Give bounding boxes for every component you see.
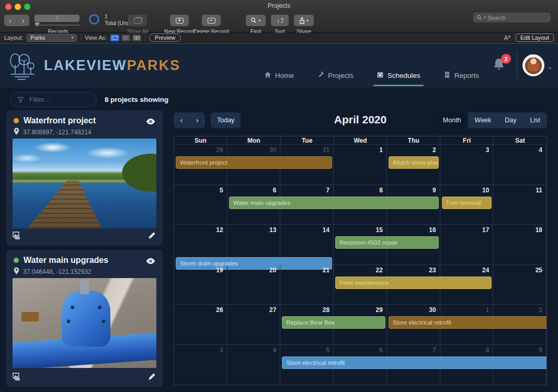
- chevron-down-icon: ▾: [306, 18, 309, 23]
- calendar-view-toggle: MonthWeekDayList: [436, 112, 547, 128]
- day-cell[interactable]: 3: [440, 145, 494, 185]
- calendar-event[interactable]: Restroom #502 repair: [335, 236, 438, 249]
- day-cell[interactable]: 18: [493, 225, 546, 264]
- view-as-list-button[interactable]: [121, 34, 130, 41]
- hammer-icon: [317, 71, 324, 80]
- calendar-week-row: 19202122232425Fleet maintenance: [174, 265, 546, 305]
- day-cell[interactable]: 5: [174, 185, 227, 225]
- edit-pencil-icon[interactable]: [148, 231, 156, 241]
- map-pin-icon: [14, 267, 19, 276]
- project-status-dot: [14, 118, 19, 123]
- quick-search-input[interactable]: ▾ Search: [473, 13, 551, 22]
- view-as-label: View As:: [85, 34, 107, 41]
- view-month-button[interactable]: Month: [436, 112, 468, 128]
- filter-input[interactable]: Filter...: [9, 92, 97, 107]
- day-cell[interactable]: 17: [440, 225, 494, 264]
- window-titlebar: Projects: [0, 0, 558, 10]
- project-title: Waterfront project: [24, 116, 141, 125]
- day-cell[interactable]: 11: [493, 185, 546, 225]
- day-cell[interactable]: 26: [174, 305, 227, 344]
- report-icon: [443, 71, 451, 80]
- day-cell[interactable]: 25: [493, 265, 546, 305]
- record-slider-pill[interactable]: 1: [35, 15, 79, 22]
- layout-selector[interactable]: Parks ▾: [27, 34, 77, 42]
- weekday-label: Sun: [174, 136, 227, 144]
- edit-pencil-icon[interactable]: [148, 372, 156, 383]
- day-cell[interactable]: 4: [227, 345, 281, 385]
- eye-icon[interactable]: [146, 257, 155, 264]
- project-photo[interactable]: [13, 278, 156, 368]
- record-slider-track[interactable]: [35, 25, 79, 26]
- share-button[interactable]: ▾: [294, 15, 314, 26]
- day-cell[interactable]: 20: [227, 265, 281, 305]
- user-avatar[interactable]: [522, 54, 544, 76]
- calendar-event[interactable]: Attach snow plow: [389, 156, 439, 169]
- calendar-event[interactable]: Water main upgrades: [229, 197, 439, 209]
- calendar-grid: SunMonTueWedThuFriSat2930311234Waterfron…: [174, 136, 547, 385]
- view-week-button[interactable]: Week: [468, 112, 498, 128]
- tab-schedules[interactable]: Schedules: [377, 71, 420, 86]
- view-as-form-button[interactable]: [110, 34, 119, 41]
- project-status-dot: [14, 258, 19, 263]
- layout-selector-value: Parks: [30, 34, 45, 41]
- new-record-button[interactable]: +: [170, 15, 189, 26]
- find-button[interactable]: ▾: [246, 15, 266, 26]
- tab-label: Schedules: [388, 72, 420, 79]
- view-as-table-button[interactable]: [132, 34, 141, 41]
- day-cell[interactable]: 27: [227, 305, 281, 344]
- view-day-button[interactable]: Day: [498, 112, 523, 128]
- calendar-event[interactable]: Tree removal: [442, 197, 492, 209]
- day-cell[interactable]: 1: [334, 145, 387, 185]
- calendar-week-row: 12131415161718Restroom #502 repairStorm …: [174, 225, 546, 265]
- view-list-button[interactable]: List: [523, 112, 547, 128]
- calendar-event[interactable]: Store electrical retrofit: [389, 316, 546, 329]
- tab-projects[interactable]: Projects: [317, 71, 354, 86]
- project-coordinates: 37.046448, -121.152932: [23, 268, 92, 275]
- day-cell[interactable]: 21: [280, 265, 334, 305]
- layout-bar: Layout: Parks ▾ View As: Preview Aa Edit…: [0, 33, 558, 43]
- calendar-event[interactable]: Store electrical retrofit: [282, 356, 546, 369]
- next-record-icon[interactable]: ›: [18, 17, 30, 25]
- layout-label: Layout:: [4, 34, 23, 41]
- sort-button[interactable]: ↓ az: [271, 15, 289, 26]
- chevron-down-icon: ▾: [72, 36, 74, 40]
- previous-record-icon[interactable]: ‹: [4, 17, 16, 25]
- tab-home[interactable]: Home: [264, 71, 294, 86]
- window-title: Projects: [0, 2, 558, 9]
- share-icon: [299, 17, 305, 24]
- formatting-bar-icon[interactable]: Aa: [504, 34, 510, 42]
- day-cell[interactable]: 4: [493, 145, 546, 185]
- photos-icon[interactable]: [12, 371, 22, 384]
- notifications-button[interactable]: 3: [493, 57, 506, 72]
- project-photo[interactable]: [13, 139, 156, 228]
- map-pin-icon: [14, 128, 19, 136]
- sort-az-icon: az: [281, 17, 283, 24]
- calendar-event[interactable]: Fleet maintenance: [335, 276, 492, 289]
- day-cell[interactable]: 3: [174, 345, 227, 385]
- calendar-event[interactable]: Waterfront project: [176, 156, 332, 169]
- show-all-icon: [134, 18, 142, 24]
- notification-badge: 3: [501, 54, 511, 64]
- project-card[interactable]: Water main upgrades37.046448, -121.15293…: [6, 250, 163, 387]
- calendar-week-row: 567891011Water main upgradesTree removal: [174, 185, 546, 225]
- day-cell[interactable]: 19: [174, 265, 227, 305]
- record-slider-thumb[interactable]: [35, 22, 40, 27]
- found-set-pie-icon[interactable]: [89, 14, 99, 25]
- account-chevron-down-icon[interactable]: ⌄: [547, 63, 553, 71]
- photos-icon[interactable]: [12, 230, 22, 243]
- project-card[interactable]: Waterfront project37.808897, -121.748214: [6, 110, 163, 246]
- tab-reports[interactable]: Reports: [443, 71, 479, 86]
- edit-layout-button[interactable]: Edit Layout: [516, 33, 554, 42]
- calendar-event[interactable]: Replace Bear Box: [282, 316, 385, 329]
- projects-showing-count: 8 projects showing: [105, 96, 168, 103]
- eye-icon[interactable]: [146, 118, 155, 124]
- record-navigation-buttons[interactable]: ‹ ›: [4, 15, 29, 26]
- calendar-icon: [377, 71, 384, 80]
- main-navigation: HomeProjectsSchedulesReports: [264, 71, 479, 86]
- sort-arrow-icon: ↓: [277, 17, 280, 24]
- preview-button[interactable]: Preview: [149, 33, 181, 42]
- calendar-week-row: 2930311234Waterfront projectAttach snow …: [174, 145, 546, 185]
- delete-record-button[interactable]: −: [202, 15, 221, 26]
- show-all-button[interactable]: [128, 15, 147, 26]
- weekday-label: Thu: [387, 136, 440, 144]
